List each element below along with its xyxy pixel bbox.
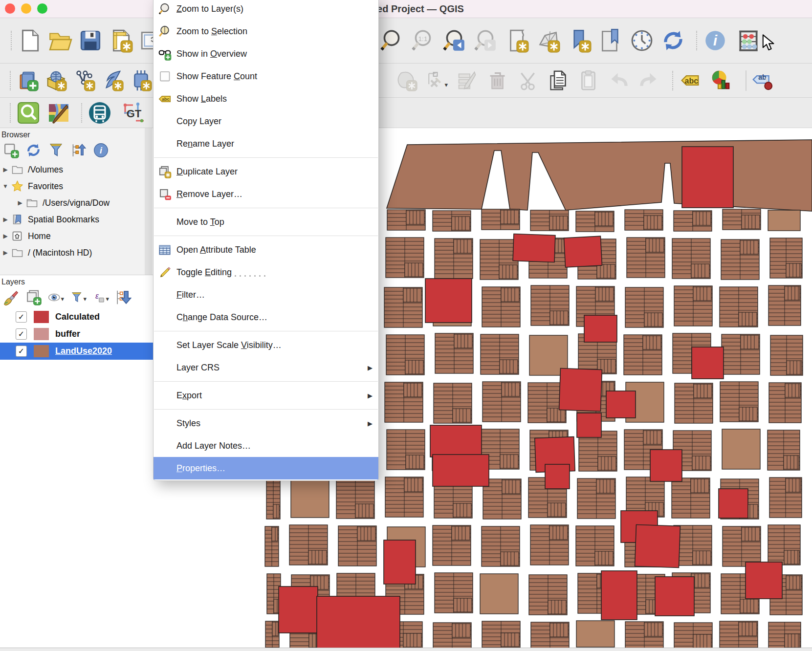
chevron-down-icon[interactable]: ▼ [2,183,9,190]
zoom-native-icon[interactable]: 1:1 [411,28,435,53]
statistical-summary-icon[interactable] [736,28,761,53]
gtfs-go-icon[interactable]: GT [122,101,146,125]
menu-item-properties[interactable]: Properties… [154,457,378,479]
menu-item-layer-crs[interactable]: Layer CRS▶ [154,356,378,379]
menu-item-label: Zoom to Selection [176,26,373,37]
zoom-next-icon[interactable] [473,28,498,53]
layer-visibility-checkbox[interactable]: ✓ [16,328,27,340]
data-source-manager-icon[interactable] [17,69,39,91]
menu-item-add-layer-notes[interactable]: Add Layer Notes… [154,434,378,457]
styling-icon[interactable] [3,289,19,305]
expand-tree-icon[interactable] [115,289,132,305]
layer-item-calculated[interactable]: ✓Calculated [0,308,153,326]
diagrams-icon[interactable] [710,69,732,91]
dropdown-arrow-icon[interactable]: ▾ [444,81,448,91]
menu-item-duplicate-layer[interactable]: Duplicate Layer [154,160,378,183]
menu-item-rename-layer[interactable]: Rename Layer [154,132,378,155]
menu-item-set-layer-scale-visibility[interactable]: Set Layer Scale Visibility… [154,334,378,356]
menu-item-filter[interactable]: Filter… [154,283,378,306]
layer-item-buffer[interactable]: ✓buffer [0,326,153,343]
new-layout-icon[interactable] [505,28,529,53]
chevron-right-icon[interactable]: ▶ [2,216,9,223]
layer-visibility-checkbox[interactable]: ✓ [16,346,27,357]
chevron-right-icon[interactable]: ▶ [2,166,9,173]
new-print-layout-icon[interactable] [109,28,133,53]
chevron-right-icon[interactable]: ▶ [2,233,9,239]
filter-legend-icon[interactable]: ▾ [70,289,87,305]
tree-item-label: Favorites [28,181,63,192]
menu-item-change-data-source[interactable]: Change Data Source… [154,306,378,328]
vertex-tool-icon[interactable]: ▾ [426,69,448,91]
show-bookmarks-icon[interactable] [598,28,623,53]
zoom-last-icon[interactable] [442,28,466,53]
delete-selected-icon[interactable] [486,69,508,91]
new-shapefile-icon[interactable] [73,69,95,91]
chevron-right-icon[interactable]: ▶ [2,249,9,256]
browser-properties-icon[interactable]: i [93,142,109,158]
chevron-right-icon[interactable]: ▶ [17,199,23,206]
add-layer-icon[interactable] [3,142,19,158]
map-tips-icon[interactable]: ab [751,69,773,91]
paste-icon[interactable] [577,69,599,91]
copy-icon[interactable] [547,69,569,91]
layer-visibility-checkbox[interactable]: ✓ [16,311,27,323]
dropdown-arrow-icon[interactable]: ▾ [106,295,109,305]
layer-item-landuse2020[interactable]: ✓LandUse2020 [0,343,153,360]
menu-item-toggle-editing[interactable]: Toggle Editing [154,261,378,283]
redo-icon[interactable] [638,69,660,91]
modify-attributes-icon[interactable] [456,69,478,91]
menu-item-remove-layer[interactable]: Remove Layer… [154,183,378,205]
remove-layer-icon [157,188,172,201]
undo-icon[interactable] [608,69,630,91]
collapse-tree-icon[interactable] [70,142,87,158]
menu-item-show-feature-count[interactable]: Show Feature Count [154,65,378,87]
submenu-arrow-icon: ▶ [368,420,373,427]
temporal-controller-icon[interactable] [630,28,654,53]
labeling-icon[interactable]: abc [679,69,701,91]
toolbar-separator [746,70,746,91]
add-group-icon[interactable] [25,289,42,305]
menu-item-label: Rename Layer [176,139,373,149]
map-themes-icon[interactable]: ▾ [48,289,64,305]
menu-item-export[interactable]: Export▶ [154,384,378,407]
osm-search-icon[interactable] [17,101,40,125]
dropdown-arrow-icon[interactable]: ▾ [61,295,64,305]
svg-text:ab: ab [758,73,766,81]
new-virtual-layer-icon[interactable] [102,69,124,91]
new-3d-map-icon[interactable] [536,28,560,53]
menu-item-move-to-top[interactable]: Move to Top [154,211,378,233]
current-edits-icon[interactable] [395,69,417,91]
menu-item-show-labels[interactable]: abcShow Labels [154,87,378,110]
refresh-browser-icon[interactable] [25,142,42,158]
menu-item-zoom-to-selection[interactable]: Zoom to Selection [154,20,378,43]
new-memory-layer-icon[interactable] [130,69,152,91]
quickmap-icon[interactable] [47,101,70,125]
tree-item-label: /Volumes [28,165,63,175]
zoom-full-icon[interactable] [379,28,404,53]
folder-icon [11,247,24,259]
new-geopackage-icon[interactable] [45,69,67,91]
identify-features-icon[interactable]: i [703,28,727,53]
dropdown-arrow-icon[interactable]: ▾ [83,295,87,305]
menu-item-show-in-overview[interactable]: Show in Overview [154,43,378,65]
filter-browser-icon[interactable] [48,142,64,158]
panel-splitter-handle[interactable] [235,274,272,278]
menu-item-styles[interactable]: Styles▶ [154,412,378,434]
gtfs-bus-icon[interactable] [88,101,111,125]
submenu-arrow-icon: ▶ [368,392,373,399]
svg-text:ε: ε [95,292,99,300]
cut-icon[interactable] [517,69,539,91]
mouse-cursor [761,34,777,53]
save-project-icon[interactable] [78,28,103,53]
menu-item-copy-layer[interactable]: Copy Layer [154,110,378,132]
new-bookmark-icon[interactable] [567,28,592,53]
menu-item-zoom-to-layer-s[interactable]: Zoom to Layer(s) [154,0,378,20]
open-project-icon[interactable] [48,28,72,53]
duplicate-layer-icon [157,165,172,178]
menu-item-label: Copy Layer [176,116,373,127]
refresh-icon[interactable] [661,28,685,53]
browser-scrollbar[interactable] [145,128,152,275]
new-project-icon[interactable] [18,28,42,53]
filter-expression-icon[interactable]: ε▾ [93,289,109,305]
menu-item-open-attribute-table[interactable]: Open Attribute Table [154,239,378,261]
